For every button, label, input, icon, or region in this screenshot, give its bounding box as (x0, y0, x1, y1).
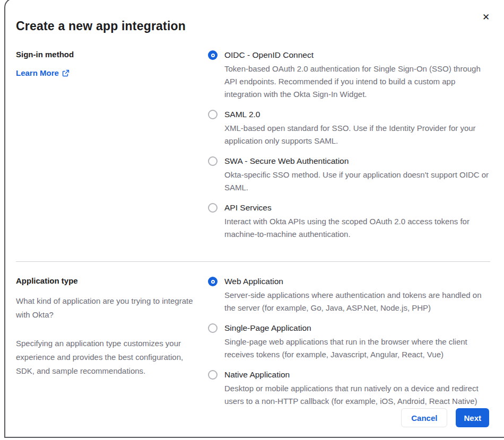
option-description: Desktop or mobile applications that run … (224, 382, 490, 408)
signin-option-saml[interactable]: SAML 2.0 XML-based open standard for SSO… (208, 109, 490, 147)
dialog-footer: Cancel Next (401, 408, 489, 427)
radio-native-icon[interactable] (208, 370, 218, 380)
signin-method-left-column: Sign-in method Learn More (16, 50, 196, 241)
radio-web-selected-icon[interactable] (208, 277, 218, 286)
cancel-button[interactable]: Cancel (401, 408, 447, 427)
signin-option-api-services[interactable]: API Services Interact with Okta APIs usi… (208, 203, 490, 241)
option-label: Single-Page Application (224, 323, 490, 333)
application-type-description-2: Specifying an application type customize… (16, 337, 196, 378)
signin-option-swa[interactable]: SWA - Secure Web Authentication Okta-spe… (208, 156, 490, 194)
option-label: Web Application (224, 276, 490, 287)
radio-saml-icon[interactable] (208, 110, 218, 119)
option-description: Server-side applications where authentic… (224, 289, 490, 314)
option-description: Interact with Okta APIs using the scoped… (224, 215, 490, 241)
section-divider (16, 261, 490, 262)
radio-oidc-selected-icon[interactable] (208, 50, 218, 60)
close-icon[interactable]: ✕ (480, 11, 492, 23)
application-type-description-1: What kind of application are you trying … (16, 294, 196, 322)
create-app-integration-dialog: ✕ Create a new app integration Sign-in m… (0, 0, 504, 440)
apptype-option-native[interactable]: Native Application Desktop or mobile app… (208, 369, 490, 408)
application-type-label: Application type (16, 276, 196, 286)
option-label: OIDC - OpenID Connect (224, 50, 490, 60)
option-label: API Services (224, 203, 490, 213)
signin-method-section: Sign-in method Learn More OIDC - OpenID … (16, 50, 490, 241)
next-button[interactable]: Next (456, 408, 489, 427)
page-title: Create a new app integration (16, 19, 490, 33)
option-description: Token-based OAuth 2.0 authentication for… (224, 63, 490, 101)
apptype-option-web[interactable]: Web Application Server-side applications… (208, 276, 490, 314)
option-description: Okta-specific SSO method. Use if your ap… (224, 169, 490, 194)
option-label: SAML 2.0 (224, 109, 490, 120)
option-description: XML-based open standard for SSO. Use if … (224, 122, 490, 147)
application-type-section: Application type What kind of applicatio… (16, 276, 490, 408)
apptype-option-spa[interactable]: Single-Page Application Single-page web … (208, 323, 490, 361)
learn-more-label: Learn More (16, 68, 59, 77)
signin-method-options: OIDC - OpenID Connect Token-based OAuth … (208, 50, 490, 241)
option-label: SWA - Secure Web Authentication (224, 156, 490, 166)
application-type-left-column: Application type What kind of applicatio… (16, 276, 196, 408)
signin-method-label: Sign-in method (16, 50, 196, 59)
learn-more-link[interactable]: Learn More (16, 68, 69, 77)
option-label: Native Application (224, 369, 490, 380)
application-type-options: Web Application Server-side applications… (208, 276, 490, 408)
radio-swa-icon[interactable] (208, 156, 218, 166)
external-link-icon (62, 69, 69, 77)
radio-spa-icon[interactable] (208, 323, 218, 333)
radio-api-services-icon[interactable] (208, 203, 218, 213)
option-description: Single-page web applications that run in… (224, 336, 490, 361)
signin-option-oidc[interactable]: OIDC - OpenID Connect Token-based OAuth … (208, 50, 490, 101)
